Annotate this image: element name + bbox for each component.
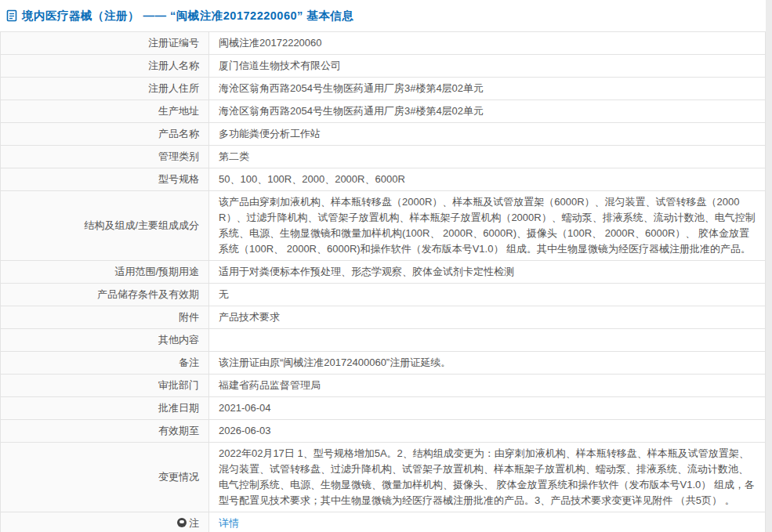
row-value: 产品技术要求: [209, 306, 766, 329]
table-row: 结构及组成/主要组成成分 该产品由穿刺加液机构、样本瓶转移盘（2000R）、样本…: [1, 191, 766, 261]
row-value: 无: [209, 284, 766, 306]
table-row: 备注 该注册证由原“闽械注准20172400060”注册证延续。: [1, 352, 766, 375]
row-value: 福建省药品监督管理局: [209, 375, 766, 397]
row-label: 备注: [1, 352, 209, 375]
table-row: 注册证编号 闽械注准20172220060: [1, 32, 766, 55]
row-value: 详情: [209, 512, 766, 532]
table-row: 产品储存条件及有效期 无: [1, 284, 766, 306]
page-header: 境内医疗器械（注册） —— “闽械注准20172220060” 基本信息: [0, 0, 766, 31]
row-value: 海沧区翁角西路2054号生物医药通用厂房3#楼第4层02单元: [209, 78, 766, 100]
row-value: 2026-06-03: [209, 420, 766, 443]
row-label: 注册人名称: [1, 55, 209, 78]
row-label: 其他内容: [1, 329, 209, 352]
row-label: 型号规格: [1, 168, 209, 191]
row-label: 产品名称: [1, 123, 209, 146]
row-label: 结构及组成/主要组成成分: [1, 191, 209, 261]
row-label: 批准日期: [1, 397, 209, 420]
table-row: 生产地址 海沧区翁角西路2054号生物医药通用厂房3#楼第4层02单元: [1, 100, 766, 123]
table-row: 注 详情: [1, 512, 766, 532]
row-value: 适用于对粪便标本作预处理、形态学观察、胶体金试剂卡定性检测: [209, 261, 766, 284]
registration-info-table: 注册证编号 闽械注准20172220060 注册人名称 厦门信道生物技术有限公司…: [0, 31, 766, 532]
row-label: 适用范围/预期用途: [1, 261, 209, 284]
row-label: 有效期至: [1, 420, 209, 443]
row-label: 注册人住所: [1, 78, 209, 100]
row-label: 产品储存条件及有效期: [1, 284, 209, 306]
note-icon: [177, 518, 187, 527]
row-value: 厦门信道生物技术有限公司: [209, 55, 766, 78]
row-label-note: 注: [1, 512, 209, 532]
table-row: 变更情况 2022年02月17日 1、型号规格增加5A。2、结构组成变更为：由穿…: [1, 443, 766, 512]
row-value: 海沧区翁角西路2054号生物医药通用厂房3#楼第4层02单元: [209, 100, 766, 123]
table-row: 适用范围/预期用途 适用于对粪便标本作预处理、形态学观察、胶体金试剂卡定性检测: [1, 261, 766, 284]
table-row: 注册人住所 海沧区翁角西路2054号生物医药通用厂房3#楼第4层02单元: [1, 78, 766, 100]
table-row: 管理类别 第二类: [1, 146, 766, 168]
page-title: 境内医疗器械（注册） —— “闽械注准20172220060” 基本信息: [22, 9, 353, 24]
registration-detail-page: 境内医疗器械（注册） —— “闽械注准20172220060” 基本信息 注册证…: [0, 0, 766, 532]
row-value: 多功能粪便分析工作站: [209, 123, 766, 146]
table-row: 有效期至 2026-06-03: [1, 420, 766, 443]
row-label: 审批部门: [1, 375, 209, 397]
row-label: 注册证编号: [1, 32, 209, 55]
row-label: 变更情况: [1, 443, 209, 512]
detail-link[interactable]: 详情: [219, 517, 239, 529]
row-label: 附件: [1, 306, 209, 329]
row-value: 闽械注准20172220060: [209, 32, 766, 55]
row-value: [209, 329, 766, 352]
table-row: 审批部门 福建省药品监督管理局: [1, 375, 766, 397]
table-row: 其他内容: [1, 329, 766, 352]
row-label: 注: [189, 517, 199, 529]
row-value: 该注册证由原“闽械注准20172400060”注册证延续。: [209, 352, 766, 375]
table-row: 附件 产品技术要求: [1, 306, 766, 329]
document-icon: [6, 9, 17, 22]
table-row: 注册人名称 厦门信道生物技术有限公司: [1, 55, 766, 78]
row-value: 50、100、100R、2000、2000R、6000R: [209, 168, 766, 191]
row-value: 该产品由穿刺加液机构、样本瓶转移盘（2000R）、样本瓶及试管放置架（6000R…: [209, 191, 766, 261]
row-label: 生产地址: [1, 100, 209, 123]
row-value: 第二类: [209, 146, 766, 168]
row-label: 管理类别: [1, 146, 209, 168]
table-row: 批准日期 2021-06-04: [1, 397, 766, 420]
row-value: 2022年02月17日 1、型号规格增加5A。2、结构组成变更为：由穿刺加液机构…: [209, 443, 766, 512]
row-value: 2021-06-04: [209, 397, 766, 420]
table-row: 型号规格 50、100、100R、2000、2000R、6000R: [1, 168, 766, 191]
table-row: 产品名称 多功能粪便分析工作站: [1, 123, 766, 146]
